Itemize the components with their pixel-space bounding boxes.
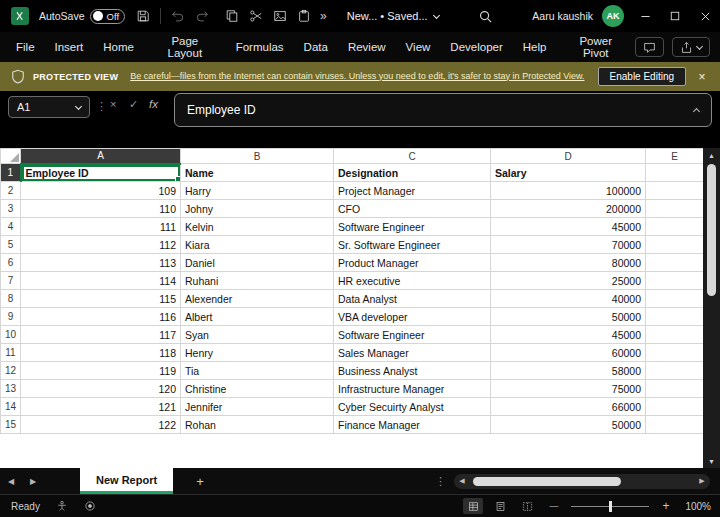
menu-file[interactable]: File bbox=[6, 32, 45, 62]
zoom-slider-thumb[interactable] bbox=[609, 501, 612, 512]
cell-B10[interactable]: Syan bbox=[181, 326, 334, 344]
column-header-E[interactable]: E bbox=[646, 149, 704, 164]
cell-D6[interactable]: 80000 bbox=[491, 254, 646, 272]
name-box[interactable]: A1 bbox=[8, 96, 90, 118]
cancel-entry-button[interactable]: × bbox=[110, 98, 116, 110]
zoom-out-button[interactable]: — bbox=[544, 498, 564, 514]
cell-A14[interactable]: 121 bbox=[21, 398, 181, 416]
maximize-button[interactable] bbox=[660, 0, 690, 32]
cell-C13[interactable]: Infrastructure Manager bbox=[334, 380, 491, 398]
row-header-5[interactable]: 5 bbox=[1, 236, 21, 254]
cell-D12[interactable]: 58000 bbox=[491, 362, 646, 380]
row-header-4[interactable]: 4 bbox=[1, 218, 21, 236]
cell-B12[interactable]: Tia bbox=[181, 362, 334, 380]
cell-B3[interactable]: Johny bbox=[181, 200, 334, 218]
cell-E10[interactable] bbox=[646, 326, 704, 344]
cell-C12[interactable]: Business Analyst bbox=[334, 362, 491, 380]
autosave-switch[interactable]: Off bbox=[90, 9, 126, 24]
cell-B13[interactable]: Christine bbox=[181, 380, 334, 398]
cell-E11[interactable] bbox=[646, 344, 704, 362]
cell-A13[interactable]: 120 bbox=[21, 380, 181, 398]
cell-A9[interactable]: 116 bbox=[21, 308, 181, 326]
zoom-level[interactable]: 100% bbox=[683, 501, 711, 512]
cell-B6[interactable]: Daniel bbox=[181, 254, 334, 272]
save-button[interactable] bbox=[131, 0, 155, 32]
cell-D2[interactable]: 100000 bbox=[491, 182, 646, 200]
cell-B9[interactable]: Albert bbox=[181, 308, 334, 326]
cell-D9[interactable]: 50000 bbox=[491, 308, 646, 326]
cell-C5[interactable]: Sr. Software Engineer bbox=[334, 236, 491, 254]
scroll-down-icon[interactable]: ▼ bbox=[708, 454, 715, 468]
cell-C9[interactable]: VBA developer bbox=[334, 308, 491, 326]
cell-A10[interactable]: 117 bbox=[21, 326, 181, 344]
cell-E4[interactable] bbox=[646, 218, 704, 236]
menu-formulas[interactable]: Formulas bbox=[226, 32, 294, 62]
select-all-button[interactable] bbox=[1, 149, 21, 164]
cell-C10[interactable]: Software Engineer bbox=[334, 326, 491, 344]
banner-close-button[interactable]: × bbox=[690, 70, 714, 84]
menu-developer[interactable]: Developer bbox=[440, 32, 512, 62]
share-button[interactable] bbox=[672, 37, 710, 57]
scroll-up-icon[interactable]: ▲ bbox=[708, 148, 715, 162]
menu-page-layout[interactable]: Page Layout bbox=[144, 32, 226, 62]
cell-B7[interactable]: Ruhani bbox=[181, 272, 334, 290]
cell-A4[interactable]: 111 bbox=[21, 218, 181, 236]
collapse-formula-bar-icon[interactable] bbox=[693, 108, 700, 115]
row-header-6[interactable]: 6 bbox=[1, 254, 21, 272]
cell-C3[interactable]: CFO bbox=[334, 200, 491, 218]
cell-E9[interactable] bbox=[646, 308, 704, 326]
row-header-7[interactable]: 7 bbox=[1, 272, 21, 290]
tab-overflow-menu[interactable]: ⋮ bbox=[427, 475, 454, 488]
undo-button[interactable] bbox=[166, 0, 190, 32]
cell-E7[interactable] bbox=[646, 272, 704, 290]
menu-home[interactable]: Home bbox=[93, 32, 144, 62]
cell-A2[interactable]: 109 bbox=[21, 182, 181, 200]
zoom-in-button[interactable]: + bbox=[656, 498, 676, 514]
more-commands-button[interactable]: » bbox=[316, 0, 331, 32]
sheet-tab-new-report[interactable]: New Report bbox=[80, 468, 173, 494]
cell-E3[interactable] bbox=[646, 200, 704, 218]
cell-D1[interactable]: Salary bbox=[491, 164, 646, 182]
row-header-2[interactable]: 2 bbox=[1, 182, 21, 200]
cell-D10[interactable]: 45000 bbox=[491, 326, 646, 344]
row-header-11[interactable]: 11 bbox=[1, 344, 21, 362]
comments-button[interactable] bbox=[635, 37, 664, 57]
cut-button[interactable] bbox=[244, 0, 268, 32]
cell-E12[interactable] bbox=[646, 362, 704, 380]
cell-A6[interactable]: 113 bbox=[21, 254, 181, 272]
vertical-scroll-thumb[interactable] bbox=[707, 164, 716, 296]
cell-A7[interactable]: 114 bbox=[21, 272, 181, 290]
cell-E13[interactable] bbox=[646, 380, 704, 398]
cell-C11[interactable]: Sales Manager bbox=[334, 344, 491, 362]
cell-D8[interactable]: 40000 bbox=[491, 290, 646, 308]
copy-button[interactable] bbox=[220, 0, 244, 32]
menu-data[interactable]: Data bbox=[294, 32, 338, 62]
cell-D11[interactable]: 60000 bbox=[491, 344, 646, 362]
cell-E15[interactable] bbox=[646, 416, 704, 434]
cell-B5[interactable]: Kiara bbox=[181, 236, 334, 254]
cell-A5[interactable]: 112 bbox=[21, 236, 181, 254]
cell-E14[interactable] bbox=[646, 398, 704, 416]
cell-D15[interactable]: 50000 bbox=[491, 416, 646, 434]
cell-C2[interactable]: Project Manager bbox=[334, 182, 491, 200]
cell-E5[interactable] bbox=[646, 236, 704, 254]
minimize-button[interactable] bbox=[630, 0, 660, 32]
redo-button[interactable] bbox=[190, 0, 214, 32]
cell-D7[interactable]: 25000 bbox=[491, 272, 646, 290]
cell-C8[interactable]: Data Analyst bbox=[334, 290, 491, 308]
cell-C15[interactable]: Finance Manager bbox=[334, 416, 491, 434]
cell-B11[interactable]: Henry bbox=[181, 344, 334, 362]
row-header-13[interactable]: 13 bbox=[1, 380, 21, 398]
cell-C1[interactable]: Designation bbox=[334, 164, 491, 182]
formula-input[interactable]: Employee ID bbox=[174, 93, 712, 127]
cell-B14[interactable]: Jennifer bbox=[181, 398, 334, 416]
cell-B8[interactable]: Alexender bbox=[181, 290, 334, 308]
cell-D4[interactable]: 45000 bbox=[491, 218, 646, 236]
scroll-right-icon[interactable]: ▶ bbox=[697, 477, 707, 485]
column-header-B[interactable]: B bbox=[181, 149, 334, 164]
insert-function-button[interactable]: fx bbox=[149, 98, 158, 110]
cell-B2[interactable]: Harry bbox=[181, 182, 334, 200]
cell-D5[interactable]: 70000 bbox=[491, 236, 646, 254]
accessibility-checker-icon[interactable] bbox=[56, 500, 68, 512]
cell-A11[interactable]: 118 bbox=[21, 344, 181, 362]
